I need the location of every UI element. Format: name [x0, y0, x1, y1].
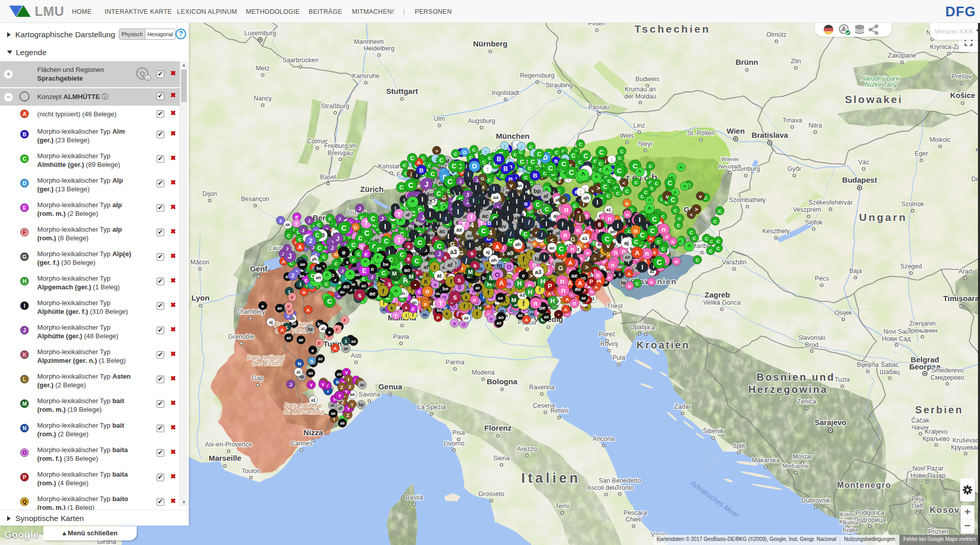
svg-text:C: C: [671, 196, 675, 204]
svg-text:^: ^: [411, 198, 415, 206]
svg-text:Veszprém: Veszprém: [793, 206, 821, 213]
svg-text:/: /: [528, 218, 530, 226]
svg-text:C: C: [640, 231, 645, 239]
svg-text:be: be: [383, 261, 388, 267]
svg-text:Italien: Italien: [521, 470, 581, 486]
svg-text:Brünn: Brünn: [736, 58, 758, 66]
svg-text:Varaždin: Varaždin: [722, 259, 746, 266]
svg-text:>: >: [530, 272, 533, 280]
svg-text:Нови Пазар: Нови Пазар: [911, 472, 946, 479]
svg-text:M: M: [22, 401, 27, 407]
svg-text:C: C: [536, 202, 540, 208]
svg-text:^: ^: [364, 259, 367, 265]
svg-text:C: C: [584, 153, 588, 160]
svg-text:ao: ao: [498, 315, 504, 320]
svg-text:Kotor: Kotor: [840, 511, 854, 517]
svg-text:Serbien: Serbien: [915, 404, 963, 415]
svg-text:Prizren: Prizren: [928, 528, 948, 535]
svg-text:O: O: [507, 264, 512, 270]
svg-text:s: s: [407, 256, 410, 262]
svg-text:Rovinj: Rovinj: [600, 340, 618, 348]
svg-text:Čačak: Čačak: [911, 416, 929, 424]
svg-text:Luxemburg: Luxemburg: [244, 30, 277, 37]
svg-text:Győr: Győr: [787, 165, 801, 172]
svg-text:n: n: [614, 249, 617, 256]
svg-text:ac: ac: [482, 213, 489, 219]
svg-text:af: af: [423, 264, 429, 270]
svg-text:Slavonski: Slavonski: [798, 334, 825, 341]
svg-text:Herzegowina: Herzegowina: [748, 384, 828, 395]
svg-text:Zadar: Zadar: [674, 403, 691, 410]
svg-text:C: C: [569, 168, 574, 177]
svg-text:I: I: [521, 217, 523, 224]
svg-text:Grosseto: Grosseto: [479, 490, 505, 498]
svg-text:^: ^: [595, 174, 598, 181]
svg-text:C: C: [399, 184, 404, 190]
svg-text:C: C: [437, 242, 442, 250]
svg-text:Нови Сад: Нови Сад: [882, 335, 911, 342]
svg-text:D: D: [22, 180, 27, 186]
svg-text:Крушевац: Крушевац: [951, 444, 980, 451]
svg-text:C: C: [317, 245, 321, 251]
svg-text:Passau: Passau: [588, 104, 610, 111]
svg-text:Miskolc: Miskolc: [929, 136, 951, 143]
svg-text:n: n: [645, 250, 649, 257]
svg-text:n: n: [564, 206, 569, 214]
svg-text:a1: a1: [582, 235, 588, 241]
svg-text:J: J: [424, 180, 429, 188]
svg-text:Brod: Brod: [805, 341, 818, 349]
svg-text:N: N: [22, 425, 27, 431]
svg-text:Stuttgart: Stuttgart: [386, 87, 418, 95]
svg-text:n: n: [571, 246, 574, 252]
svg-text:Triest: Triest: [607, 303, 623, 310]
svg-text:Makarska: Makarska: [752, 457, 780, 464]
svg-text:Budweis: Budweis: [635, 76, 659, 83]
svg-text:I: I: [641, 263, 643, 271]
svg-text:I: I: [496, 220, 497, 226]
svg-text:Livorno: Livorno: [444, 440, 465, 447]
svg-text:C: C: [523, 231, 527, 237]
svg-text:Regensburg: Regensburg: [520, 72, 555, 79]
svg-text:Grenoble: Grenoble: [228, 333, 254, 340]
svg-text:C: C: [382, 269, 386, 276]
svg-text:Tuzla: Tuzla: [835, 376, 850, 383]
svg-text:Wien: Wien: [726, 127, 745, 135]
svg-text:af: af: [556, 230, 560, 236]
svg-text:I: I: [523, 194, 525, 201]
svg-text:•: •: [414, 281, 416, 288]
svg-text:I: I: [469, 242, 470, 249]
svg-text:>: >: [597, 185, 600, 192]
svg-text:Eger: Eger: [915, 150, 928, 157]
svg-text:I: I: [384, 222, 386, 231]
svg-text:ac: ac: [439, 228, 445, 234]
svg-text:I: I: [501, 236, 503, 243]
svg-text:C: C: [617, 167, 622, 175]
svg-text:I: I: [617, 222, 619, 230]
svg-text:f: f: [487, 289, 490, 296]
svg-text:Nürnberg: Nürnberg: [473, 39, 508, 48]
svg-text:ao: ao: [343, 284, 349, 289]
svg-text:s: s: [457, 277, 461, 284]
svg-text:C: C: [315, 232, 319, 238]
svg-text:Siena: Siena: [493, 455, 510, 462]
svg-text:C: C: [634, 239, 638, 245]
svg-text:Savona: Savona: [359, 391, 380, 398]
svg-text:Rimini: Rimini: [550, 407, 568, 414]
svg-text:e: e: [522, 272, 525, 279]
svg-text:ah: ah: [491, 257, 496, 263]
svg-text:a9: a9: [507, 250, 514, 256]
svg-text:der Moldau: der Moldau: [624, 93, 657, 100]
svg-text:C: C: [481, 227, 486, 235]
svg-text:o: o: [507, 281, 511, 287]
svg-text:Tschechien: Tschechien: [635, 23, 711, 35]
svg-text:C: C: [437, 190, 441, 197]
svg-text:J: J: [288, 252, 292, 260]
svg-text:B: B: [504, 165, 508, 172]
svg-text:ah: ah: [583, 195, 589, 201]
svg-text:Opatija: Opatija: [630, 324, 650, 331]
svg-text:Pula: Pula: [612, 354, 625, 361]
svg-text:s: s: [444, 254, 447, 260]
svg-text:I: I: [445, 216, 446, 222]
svg-text:n: n: [534, 300, 538, 307]
svg-text:P: P: [22, 474, 26, 480]
